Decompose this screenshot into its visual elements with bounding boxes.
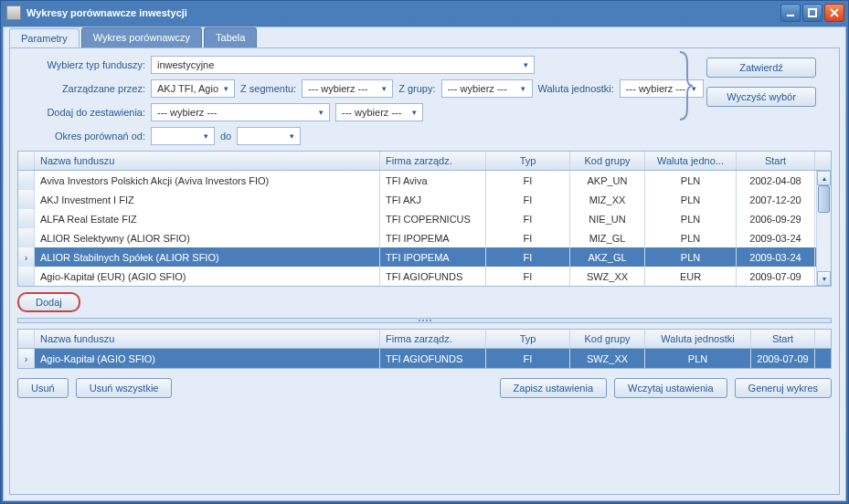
grupy-label: Z grupy: bbox=[398, 83, 435, 94]
dodaj-label: Dodaj do zestawienia: bbox=[17, 107, 145, 118]
wczytaj-button[interactable]: Wczytaj ustawienia bbox=[614, 378, 727, 398]
chevron-down-icon: ▾ bbox=[519, 60, 532, 69]
tab-page-parametry: Zatwierdź Wyczyść wybór Wybierz typ fund… bbox=[9, 47, 840, 495]
chevron-down-icon: ▾ bbox=[314, 108, 327, 117]
minimize-button[interactable] bbox=[780, 4, 801, 22]
do-label: do bbox=[220, 131, 231, 142]
dodaj-button[interactable]: Dodaj bbox=[17, 292, 80, 312]
col-start[interactable]: Start bbox=[737, 152, 815, 170]
col-waluta[interactable]: Waluta jednostki bbox=[645, 330, 751, 348]
zarzadzane-combo[interactable]: AKJ TFI, Agio...▾ bbox=[151, 79, 235, 98]
table-row[interactable]: ›ALIOR Stabilnych Spółek (ALIOR SFIO)TFI… bbox=[18, 247, 831, 267]
titlebar: Wykresy porównawcze inwestycji bbox=[1, 1, 848, 25]
grid-header: Nazwa funduszu Firma zarządz. Typ Kod gr… bbox=[18, 330, 831, 349]
app-window: Wykresy porównawcze inwestycji Parametry… bbox=[0, 0, 849, 504]
segment-combo[interactable]: --- wybierz ---▾ bbox=[302, 79, 393, 98]
col-firma[interactable]: Firma zarządz. bbox=[380, 330, 486, 348]
funds-grid: Nazwa funduszu Firma zarządz. Typ Kod gr… bbox=[17, 151, 832, 287]
chevron-down-icon: ▾ bbox=[517, 84, 530, 93]
col-typ[interactable]: Typ bbox=[486, 152, 570, 170]
table-row[interactable]: ALIOR Selektywny (ALIOR SFIO)TFI IPOPEMA… bbox=[18, 228, 831, 247]
zapisz-button[interactable]: Zapisz ustawienia bbox=[500, 378, 607, 398]
bottom-toolbar: Usuń Usuń wszystkie Zapisz ustawienia Wc… bbox=[17, 374, 832, 398]
typ-funduszy-combo[interactable]: inwestycyjne▾ bbox=[151, 56, 535, 74]
selection-grid: Nazwa funduszu Firma zarządz. Typ Kod gr… bbox=[17, 329, 832, 369]
okres-label: Okres porównań od: bbox=[17, 131, 145, 142]
okres-od-combo[interactable]: ▾ bbox=[151, 127, 215, 145]
generuj-button[interactable]: Generuj wykres bbox=[735, 378, 832, 398]
col-start[interactable]: Start bbox=[751, 330, 815, 348]
scrollbar[interactable]: ▴ ▾ bbox=[816, 171, 831, 286]
table-row[interactable]: AKJ Investment I FIZTFI AKJFIMIZ_XXPLN20… bbox=[18, 190, 831, 209]
chevron-down-icon: ▾ bbox=[285, 131, 298, 141]
col-kod[interactable]: Kod grupy bbox=[570, 330, 645, 348]
scroll-down-button[interactable]: ▾ bbox=[817, 271, 831, 286]
waluta-label: Waluta jednostki: bbox=[538, 83, 614, 94]
tab-wykres[interactable]: Wykres porównawczy bbox=[81, 27, 202, 47]
brace-decoration bbox=[676, 50, 695, 121]
usun-wszystkie-button[interactable]: Usuń wszystkie bbox=[76, 378, 173, 398]
okres-do-combo[interactable]: ▾ bbox=[237, 127, 301, 145]
svg-rect-1 bbox=[809, 9, 816, 16]
maximize-button[interactable] bbox=[802, 4, 822, 22]
chevron-down-icon: ▾ bbox=[199, 131, 212, 141]
zarz-label: Zarządzane przez: bbox=[17, 83, 145, 94]
dodaj2-combo[interactable]: --- wybierz ---▾ bbox=[335, 103, 423, 121]
client-area: Parametry Wykres porównawczy Tabela Zatw… bbox=[3, 26, 846, 501]
grid-header: Nazwa funduszu Firma zarządz. Typ Kod gr… bbox=[18, 152, 831, 171]
table-row[interactable]: ALFA Real Estate FIZTFI COPERNICUSFINIE_… bbox=[18, 209, 831, 228]
chevron-down-icon: ▾ bbox=[408, 108, 420, 117]
tab-strip: Parametry Wykres porównawczy Tabela bbox=[4, 27, 845, 47]
col-nazwa[interactable]: Nazwa funduszu bbox=[35, 330, 380, 348]
dodaj1-combo[interactable]: --- wybierz ---▾ bbox=[151, 103, 330, 121]
col-firma[interactable]: Firma zarządz. bbox=[380, 152, 486, 170]
table-row[interactable]: Aviva Investors Polskich Akcji (Aviva In… bbox=[18, 171, 831, 190]
zatwierdz-button[interactable]: Zatwierdź bbox=[706, 58, 816, 78]
scroll-up-button[interactable]: ▴ bbox=[817, 171, 831, 185]
col-typ[interactable]: Typ bbox=[486, 330, 570, 348]
col-nazwa[interactable]: Nazwa funduszu bbox=[35, 152, 380, 170]
table-row[interactable]: ›Agio-Kapitał (AGIO SFIO)TFI AGIOFUNDSFI… bbox=[18, 349, 831, 368]
typ-label: Wybierz typ funduszy: bbox=[17, 59, 145, 70]
grupa-combo[interactable]: --- wybierz ---▾ bbox=[441, 79, 533, 98]
usun-button[interactable]: Usuń bbox=[17, 378, 69, 398]
col-waluta[interactable]: Waluta jedno... bbox=[645, 152, 737, 170]
scroll-thumb[interactable] bbox=[818, 185, 830, 213]
table-row[interactable]: Agio-Kapitał (EUR) (AGIO SFIO)TFI AGIOFU… bbox=[18, 267, 831, 286]
chevron-down-icon: ▾ bbox=[219, 84, 232, 93]
col-kod[interactable]: Kod grupy bbox=[570, 152, 645, 170]
splitter[interactable] bbox=[17, 318, 832, 323]
app-icon bbox=[6, 5, 21, 20]
seg-label: Z segmentu: bbox=[240, 83, 296, 94]
window-title: Wykresy porównawcze inwestycji bbox=[27, 7, 780, 18]
close-button[interactable] bbox=[824, 4, 844, 22]
tab-parametry[interactable]: Parametry bbox=[9, 28, 80, 48]
chevron-down-icon: ▾ bbox=[377, 84, 390, 93]
tab-tabela[interactable]: Tabela bbox=[204, 27, 257, 47]
wyczysc-button[interactable]: Wyczyść wybór bbox=[706, 87, 816, 107]
